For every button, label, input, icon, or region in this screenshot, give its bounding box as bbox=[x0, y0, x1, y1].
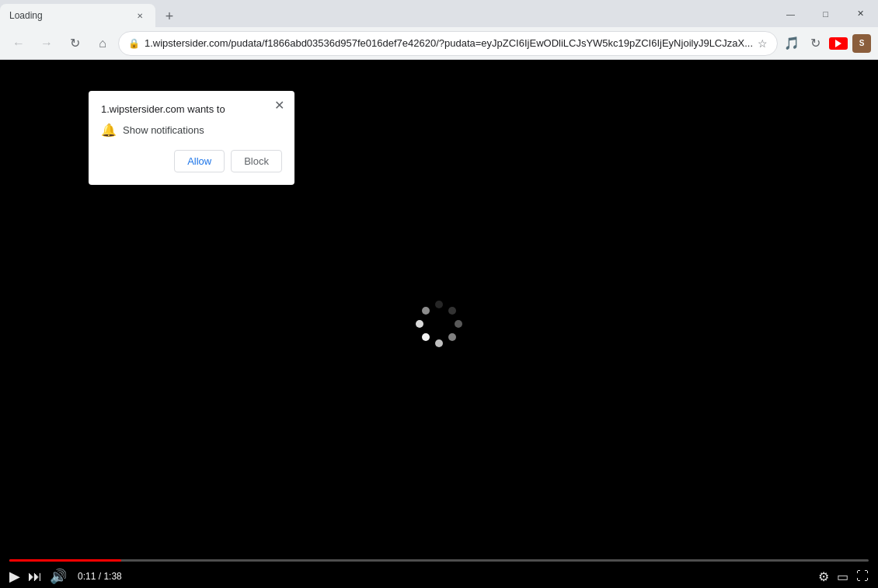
skip-icon: ⏭ bbox=[28, 569, 42, 585]
permission-text: Show notifications bbox=[123, 124, 204, 136]
volume-button[interactable]: 🔊 bbox=[50, 568, 67, 585]
window-controls: — □ ✕ bbox=[773, 0, 878, 27]
video-progress-bar[interactable] bbox=[9, 559, 869, 562]
spinner-dot-5 bbox=[435, 339, 443, 347]
spinner-dot-3 bbox=[455, 320, 462, 328]
titlebar: Loading ✕ + — □ ✕ bbox=[0, 0, 878, 27]
play-button[interactable]: ▶ bbox=[9, 568, 20, 585]
back-button[interactable]: ← bbox=[6, 31, 31, 56]
close-button[interactable]: ✕ bbox=[843, 0, 878, 27]
new-tab-button[interactable]: + bbox=[159, 5, 180, 27]
spinner-dot-8 bbox=[422, 307, 430, 315]
extension-reload-button[interactable]: ↻ bbox=[804, 33, 826, 54]
loading-spinner bbox=[416, 301, 462, 347]
current-time: 0:11 bbox=[78, 571, 96, 582]
browser-toolbar: ← → ↻ ⌂ 🔒 1.wipstersider.com/pudata/f186… bbox=[0, 27, 878, 60]
extension-star-button[interactable]: ★ bbox=[874, 33, 878, 54]
popup-close-button[interactable]: ✕ bbox=[271, 97, 287, 113]
allow-button[interactable]: Allow bbox=[174, 150, 225, 172]
volume-icon: 🔊 bbox=[50, 568, 67, 585]
notification-bell-icon: 🔔 bbox=[101, 123, 117, 137]
settings-button[interactable]: ⚙ bbox=[818, 569, 829, 584]
settings-icon: ⚙ bbox=[818, 569, 829, 584]
browser-window: Loading ✕ + — □ ✕ ← → ↻ ⌂ 🔒 1.wipstersid… bbox=[0, 0, 878, 588]
extension-brown-button[interactable]: S bbox=[851, 33, 873, 54]
extensions-area: 🎵 ↻ S ★ bbox=[781, 33, 878, 54]
address-bar[interactable]: 🔒 1.wipstersider.com/pudata/f1866abd0353… bbox=[118, 31, 778, 56]
video-controls-bar: ▶ ⏭ 🔊 0:11 / 1:38 ⚙ bbox=[0, 553, 878, 588]
s-icon: S bbox=[852, 34, 871, 53]
right-controls: ⚙ ▭ ⛶ bbox=[818, 569, 869, 584]
spinner-dot-2 bbox=[448, 307, 456, 315]
tab-close-button[interactable]: ✕ bbox=[134, 9, 146, 22]
notification-permission-popup: ✕ 1.wipstersider.com wants to 🔔 Show not… bbox=[89, 91, 294, 185]
tab-title: Loading bbox=[9, 10, 127, 21]
forward-icon: → bbox=[40, 37, 53, 50]
home-button[interactable]: ⌂ bbox=[90, 31, 115, 56]
back-icon: ← bbox=[12, 37, 25, 50]
theater-button[interactable]: ▭ bbox=[837, 569, 848, 584]
popup-permission-row: 🔔 Show notifications bbox=[101, 123, 282, 137]
popup-action-buttons: Allow Block bbox=[101, 150, 282, 172]
play-icon: ▶ bbox=[9, 568, 20, 585]
maximize-button[interactable]: □ bbox=[808, 0, 843, 27]
spinner-dot-7 bbox=[416, 320, 423, 328]
music-icon: 🎵 bbox=[784, 36, 800, 50]
spinner-dot-4 bbox=[448, 333, 456, 341]
theater-icon: ▭ bbox=[837, 569, 848, 584]
popup-title: 1.wipstersider.com wants to bbox=[101, 103, 282, 115]
fullscreen-button[interactable]: ⛶ bbox=[856, 569, 869, 584]
tab-bar: Loading ✕ + bbox=[0, 0, 180, 27]
refresh-icon: ↻ bbox=[810, 36, 821, 50]
spinner-dot-6 bbox=[422, 333, 430, 341]
skip-button[interactable]: ⏭ bbox=[28, 569, 42, 585]
video-progress-fill bbox=[9, 559, 121, 562]
content-area: ▶ ⏭ 🔊 0:11 / 1:38 ⚙ bbox=[0, 60, 878, 588]
lock-icon: 🔒 bbox=[128, 38, 140, 49]
total-duration: 1:38 bbox=[103, 571, 121, 582]
forward-button[interactable]: → bbox=[34, 31, 59, 56]
extension-youtube-button[interactable] bbox=[827, 33, 849, 54]
controls-row: ▶ ⏭ 🔊 0:11 / 1:38 ⚙ bbox=[9, 568, 869, 585]
block-button[interactable]: Block bbox=[231, 150, 282, 172]
time-display: 0:11 / 1:38 bbox=[78, 571, 122, 582]
spinner-dots bbox=[416, 301, 462, 347]
reload-button[interactable]: ↻ bbox=[62, 31, 87, 56]
reload-icon: ↻ bbox=[70, 36, 80, 50]
home-icon: ⌂ bbox=[99, 37, 106, 50]
extension-music-button[interactable]: 🎵 bbox=[781, 33, 803, 54]
url-text: 1.wipstersider.com/pudata/f1866abd03536d… bbox=[145, 37, 753, 49]
spinner-dot-1 bbox=[435, 301, 443, 308]
youtube-icon bbox=[829, 37, 848, 50]
bookmark-star-icon[interactable]: ☆ bbox=[758, 37, 768, 50]
fullscreen-icon: ⛶ bbox=[856, 569, 869, 583]
active-tab[interactable]: Loading ✕ bbox=[0, 4, 155, 27]
minimize-button[interactable]: — bbox=[773, 0, 808, 27]
